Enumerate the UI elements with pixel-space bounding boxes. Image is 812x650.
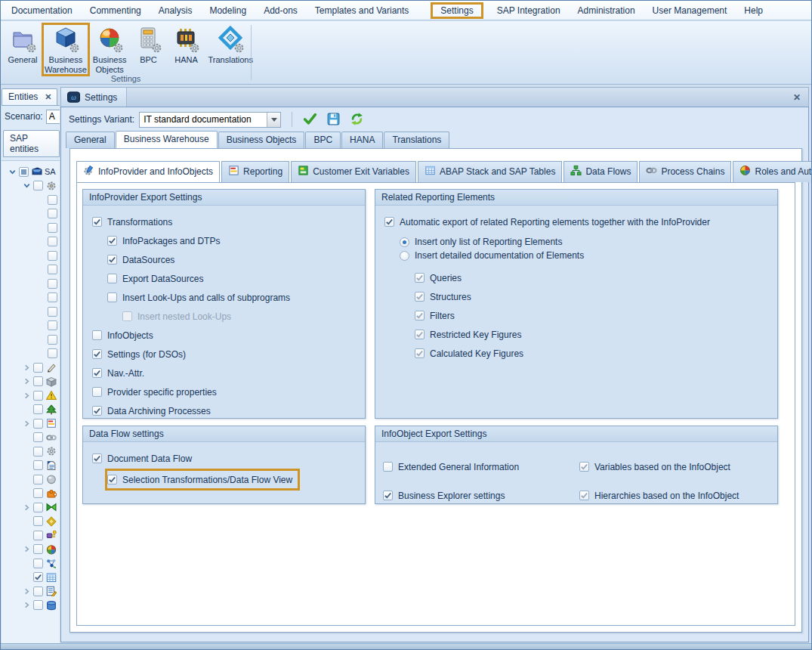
checkbox[interactable] xyxy=(48,209,57,218)
tree-row[interactable] xyxy=(2,388,60,403)
checkbox[interactable] xyxy=(33,363,43,373)
checkbox[interactable] xyxy=(48,265,57,274)
tab-entities[interactable]: Entities ✕ xyxy=(2,88,57,105)
tree-row[interactable] xyxy=(2,361,60,375)
checkbox[interactable] xyxy=(122,311,132,321)
checkbox[interactable] xyxy=(579,491,589,500)
checkbox[interactable] xyxy=(33,460,43,470)
tab-business-objects[interactable]: Business Objects xyxy=(218,132,305,148)
checkbox[interactable] xyxy=(33,587,43,596)
checkbox[interactable] xyxy=(19,167,29,177)
checkbox[interactable] xyxy=(384,217,394,227)
chevron-right-icon[interactable] xyxy=(20,376,33,386)
option-hierarchies-based-on-the-infoobject[interactable]: Hierarchies based on the InfoObject xyxy=(579,486,744,505)
checkbox[interactable] xyxy=(33,447,43,457)
menu-item-user-management[interactable]: User Management xyxy=(647,2,733,19)
ribbon-button-business-warehouse[interactable]: Business Warehouse xyxy=(42,23,90,76)
tab-settings-document[interactable]: ω Settings xyxy=(61,88,127,107)
tree-row[interactable] xyxy=(2,333,60,347)
tab-translations[interactable]: Translations xyxy=(384,132,449,148)
tree-row[interactable] xyxy=(2,179,60,193)
checkbox[interactable] xyxy=(33,531,43,540)
menu-item-modeling[interactable]: Modeling xyxy=(203,2,252,19)
checkbox[interactable] xyxy=(33,432,43,442)
radio-button[interactable] xyxy=(400,237,409,247)
checkbox[interactable] xyxy=(33,376,43,386)
close-icon[interactable]: ✕ xyxy=(45,92,51,102)
apply-button[interactable] xyxy=(301,110,318,127)
tab-data-flows[interactable]: Data Flows xyxy=(563,161,638,182)
checkbox[interactable] xyxy=(92,330,102,340)
close-icon[interactable]: ✕ xyxy=(793,92,801,103)
option-datasources[interactable]: DataSources xyxy=(107,250,180,269)
tree-row[interactable] xyxy=(2,599,60,613)
checkbox[interactable] xyxy=(33,391,43,401)
option-queries[interactable]: Queries xyxy=(415,268,467,287)
tree-row[interactable] xyxy=(2,487,60,501)
tree-row[interactable] xyxy=(2,403,60,417)
tree-row[interactable] xyxy=(2,528,60,543)
option-extended-general-information[interactable]: Extended General Information xyxy=(383,457,524,476)
chevron-right-icon[interactable] xyxy=(20,503,33,512)
menu-item-sap-integration[interactable]: SAP Integration xyxy=(491,2,567,19)
checkbox[interactable] xyxy=(107,292,117,302)
tree-row[interactable] xyxy=(2,515,60,529)
checkbox[interactable] xyxy=(33,488,43,498)
checkbox[interactable] xyxy=(415,273,425,283)
option-infoobjects[interactable]: InfoObjects xyxy=(92,326,159,345)
tab-hana[interactable]: HANA xyxy=(341,132,383,148)
tree-row[interactable] xyxy=(2,472,60,487)
checkbox[interactable] xyxy=(92,453,102,463)
checkbox[interactable] xyxy=(107,236,117,246)
radio-button[interactable] xyxy=(400,251,409,261)
option-transformations[interactable]: Transformations xyxy=(92,212,178,231)
tree-row[interactable] xyxy=(2,193,60,207)
checkbox[interactable] xyxy=(383,462,393,472)
chevron-down-icon[interactable] xyxy=(20,181,33,190)
tree-row[interactable] xyxy=(2,500,60,515)
menu-item-analysis[interactable]: Analysis xyxy=(153,2,199,19)
tab-process-chains[interactable]: Process Chains xyxy=(639,161,731,182)
checkbox[interactable] xyxy=(48,195,57,205)
checkbox[interactable] xyxy=(92,406,102,416)
scenario-input[interactable] xyxy=(46,110,60,124)
ribbon-button-bpc[interactable]: BPC xyxy=(129,23,167,67)
checkbox[interactable] xyxy=(48,320,57,330)
tree-row[interactable] xyxy=(2,221,60,235)
checkbox[interactable] xyxy=(33,516,43,526)
chevron-right-icon[interactable] xyxy=(20,544,33,554)
tree-row[interactable] xyxy=(2,263,60,277)
option-insert-detailed-documentation-of-elements[interactable]: Insert detailed documentation of Element… xyxy=(400,249,589,262)
checkbox[interactable] xyxy=(107,255,117,265)
ribbon-button-translations[interactable]: Translations xyxy=(205,23,256,67)
option-nav-attr[interactable]: Nav.-Attr. xyxy=(92,364,150,382)
checkbox[interactable] xyxy=(415,292,425,302)
menu-item-administration[interactable]: Administration xyxy=(572,2,641,19)
menu-item-settings[interactable]: Settings xyxy=(431,2,483,19)
tab-reporting[interactable]: Reporting xyxy=(221,161,289,182)
ribbon-button-general[interactable]: General xyxy=(4,23,42,67)
ribbon-button-hana[interactable]: HANA xyxy=(167,23,205,67)
tab-customer-exit-variables[interactable]: Customer Exit Variables xyxy=(291,161,416,182)
chevron-right-icon[interactable] xyxy=(20,587,33,596)
chevron-right-icon[interactable] xyxy=(20,391,33,401)
tree-row[interactable]: SA xyxy=(2,165,60,179)
tree-row[interactable] xyxy=(2,291,60,305)
option-export-datasources[interactable]: Export DataSources xyxy=(107,269,208,288)
checkbox[interactable] xyxy=(33,600,43,610)
checkbox[interactable] xyxy=(579,462,589,472)
chevron-right-icon[interactable] xyxy=(20,363,33,373)
menu-item-add-ons[interactable]: Add-ons xyxy=(258,2,304,19)
checkbox[interactable] xyxy=(48,348,57,358)
checkbox[interactable] xyxy=(33,544,43,554)
checkbox[interactable] xyxy=(48,279,57,289)
option-infopackages-and-dtps[interactable]: InfoPackages and DTPs xyxy=(107,231,225,250)
option-variables-based-on-the-infoobject[interactable]: Variables based on the InfoObject xyxy=(579,457,736,476)
tree-row[interactable] xyxy=(2,543,60,557)
tree-row[interactable] xyxy=(2,319,60,333)
checkbox[interactable] xyxy=(92,217,102,227)
tab-bpc[interactable]: BPC xyxy=(305,132,341,148)
tree-row[interactable] xyxy=(2,207,60,221)
checkbox[interactable] xyxy=(48,292,57,302)
menu-item-documentation[interactable]: Documentation xyxy=(5,2,79,19)
